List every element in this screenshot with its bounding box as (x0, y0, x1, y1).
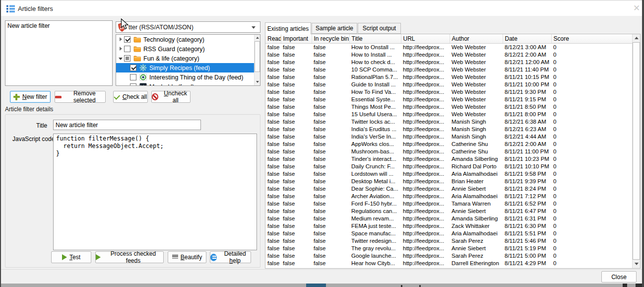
remove-selected-button[interactable]: Remove selected (55, 91, 106, 103)
article-cell: Tamara Warren (450, 200, 503, 207)
article-row[interactable]: falsefalsefalseLordstown will ...http://… (265, 170, 632, 177)
article-row[interactable]: falsefalsefalseHow to Onstall ...http://… (265, 43, 632, 51)
column-header-in-recycle-bin[interactable]: In recycle bin (312, 34, 349, 43)
tree-item-checkbox[interactable] (130, 65, 136, 71)
column-header-date[interactable]: Date (503, 34, 551, 43)
article-row[interactable]: falsefalsefalseDesktop Metal i...http://… (265, 177, 632, 185)
tree-item-checkbox[interactable] (124, 55, 130, 62)
tree-item-checkbox[interactable] (124, 36, 130, 43)
minus-icon (55, 96, 62, 98)
filters-list[interactable]: New article filter (5, 20, 113, 86)
feed-tree-row[interactable]: Simply Recipes (feed) (116, 63, 254, 72)
tab-script-output[interactable]: Script output (358, 23, 401, 34)
scroll-down-icon[interactable] (255, 79, 260, 85)
article-cell: 0 (551, 192, 632, 200)
beautify-button[interactable]: Beautify (168, 251, 206, 263)
article-cell: false (265, 110, 281, 118)
close-button[interactable]: Close (601, 271, 637, 283)
article-cell: false (281, 229, 312, 237)
article-row[interactable]: falsefalsefalseHear how Cityb...http://f… (265, 259, 632, 267)
article-cell: 0 (551, 170, 632, 177)
new-filter-button[interactable]: New filter (10, 91, 51, 103)
collapsed-expander-icon[interactable] (118, 36, 124, 43)
tab-sample-article[interactable]: Sample article (312, 23, 357, 34)
feed-tree-row[interactable]: RSS Guard (category) (116, 44, 254, 54)
article-cell: false (265, 237, 281, 244)
article-row[interactable]: falsefalsefalse15 Useful Usera...http://… (265, 110, 632, 118)
feed-tree-row[interactable]: Mashable (feed) (116, 82, 254, 85)
article-row[interactable]: falsefalsefalseRationalPlan 5.7...http:/… (265, 73, 632, 80)
article-row[interactable]: falsefalsefalseFEMA just teste...http://… (265, 222, 632, 229)
tree-scrollbar-thumb[interactable] (255, 41, 260, 72)
article-cell: 0 (551, 162, 632, 170)
tree-item-checkbox[interactable] (130, 83, 136, 85)
titlebar[interactable]: Article filters ✕ (1, 1, 642, 16)
feed-tree-row[interactable]: Fun & life (category) (116, 54, 254, 63)
filter-title-input[interactable] (53, 120, 201, 130)
column-header-read[interactable]: Read (265, 34, 281, 43)
window-title: Article filters (18, 5, 53, 12)
article-row[interactable]: falsefalsefalseThings Most Pe...http://f… (265, 103, 632, 110)
detailed-help-button[interactable]: Detailed help (210, 251, 251, 263)
article-row[interactable]: falsefalsefalseSpace manufac...http://fe… (265, 229, 632, 237)
article-row[interactable]: falsefalsefalseThe gray revolu...http://… (265, 244, 632, 252)
test-button[interactable]: Test (51, 251, 91, 263)
article-row[interactable]: falsefalsefalseTinder's interact...http:… (265, 155, 632, 162)
scroll-down-icon[interactable] (633, 260, 640, 268)
uncheck-all-button[interactable]: Uncheck all (151, 91, 191, 103)
article-row[interactable]: falsefalsefalseEssential Syste...http://… (265, 95, 632, 103)
desktop-sliver (636, 284, 642, 287)
column-header-score[interactable]: Score (551, 34, 632, 43)
collapsed-expander-icon[interactable] (118, 46, 124, 52)
article-row[interactable]: falsefalsefalseIndia's VerSe In...http:/… (265, 133, 632, 140)
expanded-expander-icon[interactable] (118, 55, 124, 62)
article-row[interactable]: falsefalsefalseHow to check d...http://f… (265, 58, 632, 66)
tab-existing-articles[interactable]: Existing articles (265, 22, 311, 34)
column-header-url[interactable]: URL (401, 34, 450, 43)
article-row[interactable]: falsefalsefalseIndia's Eruditus ...http:… (265, 125, 632, 133)
article-row[interactable]: falsefalsefalse10 SCP Comma...http://fee… (265, 66, 632, 73)
article-row[interactable]: falsefalsefalseHow to Install ...http://… (265, 51, 632, 58)
article-cell: Archer Aviation... (349, 192, 401, 200)
article-row[interactable]: falsefalsefalseAppWorks clos...http://fe… (265, 140, 632, 147)
account-combobox[interactable]: tter (RSS/ATOM/JSON) (116, 21, 260, 33)
feeds-tree[interactable]: Technology (category)RSS Guard (category… (116, 34, 260, 86)
article-row[interactable]: falsefalsefalseTwitter redesign...http:/… (265, 237, 632, 244)
article-cell: false (312, 170, 349, 177)
article-row[interactable]: falsefalsefalseDear Sophie: Ca...http://… (265, 185, 632, 192)
column-header-title[interactable]: Title (349, 34, 401, 43)
article-cell: Regulations can... (349, 207, 401, 215)
javascript-code-editor[interactable]: function filterMessage() { return Messag… (53, 134, 257, 250)
article-row[interactable]: falsefalsefalseGuide to Install ...http:… (265, 80, 632, 88)
article-row[interactable]: falsefalsefalseHow To Find Va...http://f… (265, 88, 632, 95)
table-scrollbar-thumb[interactable] (633, 42, 640, 260)
article-row[interactable]: falsefalsefalseGoogle launche...http://f… (265, 252, 632, 259)
column-header-important[interactable]: Important (281, 34, 312, 43)
table-scrollbar[interactable] (632, 34, 640, 268)
article-row[interactable]: falsefalsefalseDaily Crunch: F...http://… (265, 162, 632, 170)
article-cell: false (312, 244, 349, 252)
article-cell: false (281, 133, 312, 140)
check-all-button[interactable]: Check all (113, 91, 148, 103)
article-row[interactable]: falsefalsefalseArcher Aviation...http://… (265, 192, 632, 200)
article-cell: http://feedprox... (401, 185, 450, 192)
article-row[interactable]: falsefalsefalseRegulations can...http://… (265, 207, 632, 215)
tree-item-checkbox[interactable] (124, 46, 130, 52)
tree-scrollbar[interactable] (254, 35, 260, 85)
column-header-author[interactable]: Author (450, 34, 503, 43)
filter-list-item[interactable]: New article filter (5, 21, 112, 30)
article-cell: 0 (551, 103, 632, 110)
article-row[interactable]: falsefalsefalseMushroom-bas...http://fee… (265, 147, 632, 155)
article-cell: The gray revolu... (349, 244, 401, 252)
process-checked-feeds-button[interactable]: Process checked feeds (95, 251, 164, 263)
article-row[interactable]: falsefalsefalseMedium revam...http://fee… (265, 215, 632, 222)
article-row[interactable]: falsefalsefalseFord F-150 hybr...http://… (265, 200, 632, 207)
article-cell: false (281, 237, 312, 244)
tree-item-checkbox[interactable] (130, 74, 136, 80)
scroll-up-icon[interactable] (633, 34, 640, 42)
close-icon[interactable]: ✕ (631, 3, 642, 14)
article-row[interactable]: falsefalsefalseTwitter locks ac...http:/… (265, 118, 632, 125)
scroll-up-icon[interactable] (255, 35, 260, 41)
feed-tree-row[interactable]: Technology (category) (116, 35, 254, 44)
feed-tree-row[interactable]: Interesting Thing of the Day (feed) (116, 72, 254, 82)
